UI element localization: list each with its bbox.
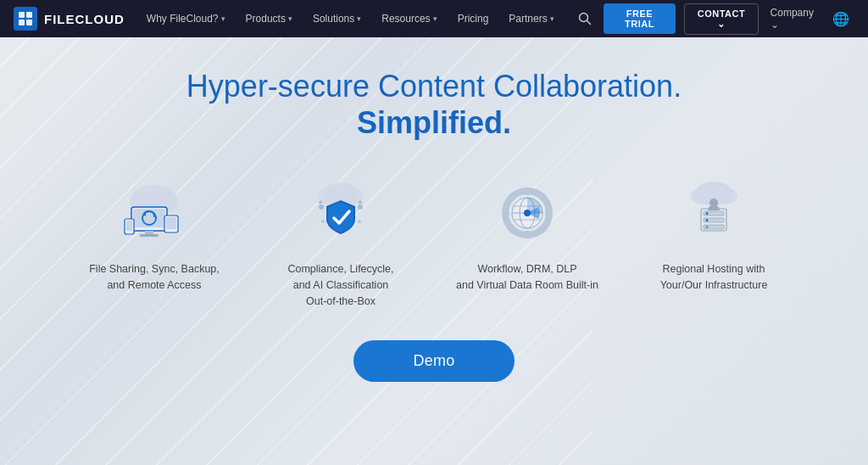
svg-point-25 (358, 220, 361, 223)
hero-section: Hyper-secure Content Collaboration. Simp… (0, 37, 868, 465)
logo[interactable]: FILECLOUD (14, 7, 125, 31)
svg-point-51 (706, 219, 709, 221)
demo-button[interactable]: Demo (353, 340, 514, 382)
svg-rect-32 (545, 210, 552, 216)
nav-partners[interactable]: Partners▾ (500, 0, 562, 37)
nav-pricing[interactable]: Pricing (449, 0, 498, 37)
svg-rect-29 (525, 188, 530, 195)
svg-point-52 (706, 226, 709, 228)
feature-file-sharing: File Sharing, Sync, Backup,and Remote Ac… (78, 175, 231, 309)
search-icon[interactable] (570, 12, 600, 25)
hero-title-line1: Hyper-secure Content Collaboration. (186, 68, 682, 104)
svg-line-5 (587, 21, 590, 25)
logo-icon (14, 7, 37, 31)
nav-company[interactable]: Company ⌄ (762, 7, 824, 31)
svg-text:+: + (358, 198, 363, 207)
hero-title: Hyper-secure Content Collaboration. Simp… (186, 68, 682, 141)
feature-hosting-label: Regional Hosting withYour/Our Infrastruc… (660, 261, 768, 294)
svg-rect-0 (19, 12, 25, 18)
file-sharing-icon (116, 175, 192, 251)
nav-why-filecloud[interactable]: Why FileCloud?▾ (138, 0, 234, 37)
globe-icon[interactable]: 🌐 (827, 11, 854, 27)
svg-rect-3 (26, 20, 32, 25)
logo-text: FILECLOUD (44, 12, 125, 26)
svg-rect-2 (19, 20, 25, 25)
features-row: File Sharing, Sync, Backup,and Remote Ac… (78, 175, 790, 309)
navbar: FILECLOUD Why FileCloud?▾ Products▾ Solu… (0, 0, 868, 37)
svg-text:+: + (318, 198, 323, 207)
svg-rect-18 (126, 221, 132, 231)
free-trial-button[interactable]: FREE TRIAL (604, 3, 676, 34)
svg-rect-1 (26, 12, 32, 18)
svg-point-24 (321, 220, 325, 223)
nav-solutions[interactable]: Solutions▾ (304, 0, 370, 37)
svg-rect-16 (166, 217, 176, 229)
feature-workflow-label: Workflow, DRM, DLPand Virtual Data Room … (456, 261, 598, 294)
nav-products[interactable]: Products▾ (237, 0, 301, 37)
feature-file-sharing-label: File Sharing, Sync, Backup,and Remote Ac… (89, 261, 220, 294)
feature-hosting: Regional Hosting withYour/Our Infrastruc… (637, 175, 790, 309)
nav-resources[interactable]: Resources▾ (373, 0, 445, 37)
compliance-icon: + + (303, 175, 379, 251)
workflow-icon (489, 175, 565, 251)
hosting-icon (676, 175, 752, 251)
svg-rect-30 (525, 231, 530, 238)
feature-workflow: Workflow, DRM, DLPand Virtual Data Room … (451, 175, 604, 309)
svg-point-50 (706, 212, 709, 215)
feature-compliance: + + Compliance, Lifecycle,and AI Classif… (264, 175, 417, 309)
svg-rect-31 (503, 210, 509, 216)
feature-compliance-label: Compliance, Lifecycle,and AI Classificat… (287, 261, 393, 309)
svg-rect-12 (140, 234, 159, 237)
contact-button[interactable]: CONTACT ⌄ (684, 3, 758, 35)
hero-title-line2: Simplified. (186, 104, 682, 141)
